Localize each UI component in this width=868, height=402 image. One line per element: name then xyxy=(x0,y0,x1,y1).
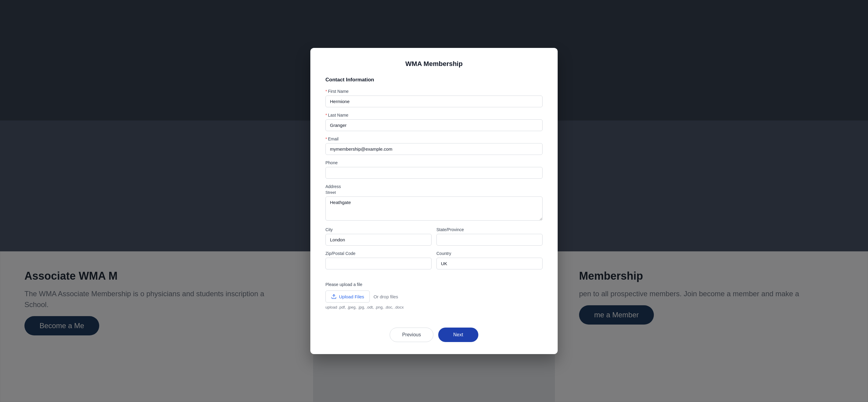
email-input[interactable] xyxy=(326,143,542,155)
phone-group: Phone xyxy=(326,160,542,179)
upload-controls: Upload Files Or drop files xyxy=(326,291,542,303)
modal-title: WMA Membership xyxy=(326,60,542,68)
upload-files-label: Upload Files xyxy=(339,294,364,299)
drop-files-text: Or drop files xyxy=(373,294,398,299)
zip-label: Zip/Postal Code xyxy=(326,251,432,256)
address-section-label: Address xyxy=(326,184,542,189)
email-label: *Email xyxy=(326,136,542,141)
zip-country-row: Zip/Postal Code Country xyxy=(326,251,542,275)
first-name-label: *First Name xyxy=(326,89,542,94)
upload-files-button[interactable]: Upload Files xyxy=(326,291,370,303)
city-label: City xyxy=(326,227,432,232)
modal-backdrop: WMA Membership Contact Information *Firs… xyxy=(0,0,868,402)
upload-icon xyxy=(331,294,337,299)
country-input[interactable] xyxy=(436,258,542,269)
country-label: Country xyxy=(436,251,542,256)
last-name-label: *Last Name xyxy=(326,113,542,118)
city-state-row: City State/Province xyxy=(326,227,542,251)
email-group: *Email xyxy=(326,136,542,155)
zip-group: Zip/Postal Code xyxy=(326,251,432,269)
city-input[interactable] xyxy=(326,234,432,245)
modal-container: WMA Membership Contact Information *Firs… xyxy=(310,48,558,354)
first-name-required-star: * xyxy=(326,89,327,94)
last-name-group: *Last Name xyxy=(326,113,542,131)
phone-input[interactable] xyxy=(326,167,542,179)
upload-label: Please upload a file xyxy=(326,282,542,287)
first-name-input[interactable] xyxy=(326,96,542,107)
next-button[interactable]: Next xyxy=(438,328,478,342)
last-name-input[interactable] xyxy=(326,119,542,131)
phone-label: Phone xyxy=(326,160,542,165)
state-label: State/Province xyxy=(436,227,542,232)
first-name-group: *First Name xyxy=(326,89,542,107)
country-group: Country xyxy=(436,251,542,269)
address-group: Address Street Heathgate xyxy=(326,184,542,222)
last-name-required-star: * xyxy=(326,113,327,118)
upload-hint: upload .pdf, .jpeg, .jpg, .odt, .png, .d… xyxy=(326,305,542,309)
street-input[interactable]: Heathgate xyxy=(326,197,542,221)
zip-input[interactable] xyxy=(326,258,432,269)
email-required-star: * xyxy=(326,136,327,141)
previous-button[interactable]: Previous xyxy=(390,328,433,342)
state-group: State/Province xyxy=(436,227,542,245)
modal-footer: Previous Next xyxy=(326,322,542,342)
state-input[interactable] xyxy=(436,234,542,245)
city-group: City xyxy=(326,227,432,245)
street-label: Street xyxy=(326,190,542,195)
upload-section: Please upload a file Upload Files Or dro… xyxy=(326,282,542,309)
section-title: Contact Information xyxy=(326,77,542,83)
